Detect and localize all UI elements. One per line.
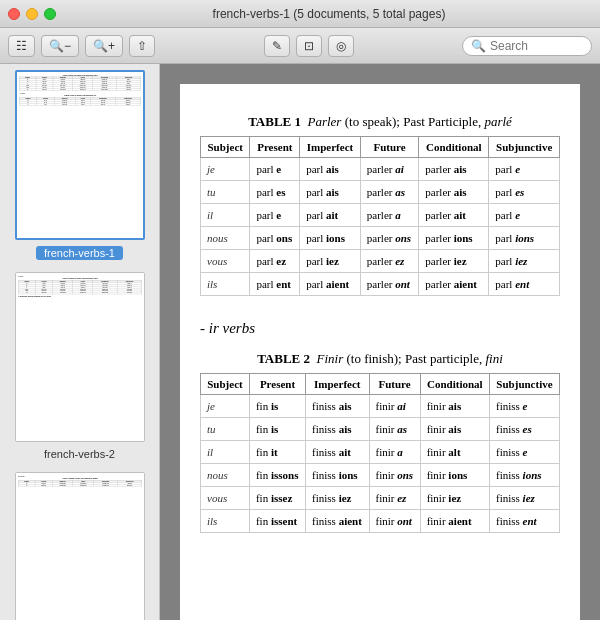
thumb-label-2: french-verbs-2 [44, 448, 115, 460]
zoom-out-button[interactable]: 🔍− [41, 35, 79, 57]
sidebar-icon: ☷ [16, 39, 27, 53]
table-row: tu fin is finiss ais finir as finir ais … [201, 418, 560, 441]
title-bar: french-verbs-1 (5 documents, 5 total pag… [0, 0, 600, 28]
search-icon: 🔍 [471, 39, 486, 53]
table-row: ils parl ent parl aient parler ont parle… [201, 273, 560, 296]
search-input[interactable] [490, 39, 580, 53]
window-title: french-verbs-1 (5 documents, 5 total pag… [66, 7, 592, 21]
table1-caption: TABLE 1 Parler (to speak); Past Particip… [200, 114, 560, 130]
markup-icon: ◎ [336, 39, 346, 53]
thumbnail-2: ir verbs TABLE 3 Vouloir (to want); Past… [15, 272, 145, 442]
page-content: TABLE 1 Parler (to speak); Past Particip… [180, 84, 580, 620]
zoom-in-icon: 🔍+ [93, 39, 115, 53]
thumb-label-1: french-verbs-1 [36, 246, 123, 260]
sidebar-item-2[interactable]: ir verbs TABLE 3 Vouloir (to want); Past… [0, 266, 159, 466]
traffic-lights [8, 8, 56, 20]
markup-button[interactable]: ◎ [328, 35, 354, 57]
table2-caption: TABLE 2 Finir (to finish); Past particip… [200, 351, 560, 367]
table-row: vous parl ez parl iez parler ez parler i… [201, 250, 560, 273]
col-conditional-t2: Conditional [420, 374, 489, 395]
col-future: Future [360, 137, 418, 158]
sidebar-item-1[interactable]: TABLE 1 Parler (to speak); Past Particip… [0, 64, 159, 266]
table2-title: Finir [317, 351, 344, 366]
col-future-t2: Future [369, 374, 420, 395]
pencil-icon: ✎ [272, 39, 282, 53]
table-row: nous parl ons parl ions parler ons parle… [201, 227, 560, 250]
print-icon: ⊡ [304, 39, 314, 53]
maximize-button[interactable] [44, 8, 56, 20]
table-row: ils fin issent finiss aient finir ont fi… [201, 510, 560, 533]
zoom-out-icon: 🔍− [49, 39, 71, 53]
table-row: nous fin issons finiss ions finir ons fi… [201, 464, 560, 487]
table-row: je parl e parl ais parler ai parler ais … [201, 158, 560, 181]
table-row: tu parl es parl ais parler as parler ais… [201, 181, 560, 204]
thumbnail-1: TABLE 1 Parler (to speak); Past Particip… [15, 70, 145, 240]
table1-wrapper: TABLE 1 Parler (to speak); Past Particip… [200, 114, 560, 296]
toolbar: ☷ 🔍− 🔍+ ⇧ ✎ ⊡ ◎ 🔍 [0, 28, 600, 64]
table2-subtitle: (to finish); Past participle, fini [346, 351, 502, 366]
search-box[interactable]: 🔍 [462, 36, 592, 56]
col-subjunctive-t2: Subjunctive [489, 374, 559, 395]
zoom-in-button[interactable]: 🔍+ [85, 35, 123, 57]
ir-section-header: - ir verbs [200, 320, 560, 337]
share-icon: ⇧ [137, 39, 147, 53]
share-button[interactable]: ⇧ [129, 35, 155, 57]
sidebar-toggle-button[interactable]: ☷ [8, 35, 35, 57]
table-row: il fin it finiss ait finir a finir alt f… [201, 441, 560, 464]
annotate-button[interactable]: ✎ [264, 35, 290, 57]
col-subject: Subject [201, 137, 250, 158]
col-imperfect-t2: Imperfect [306, 374, 369, 395]
table1-number: TABLE 1 [248, 114, 301, 129]
table2-number: TABLE 2 [257, 351, 310, 366]
sidebar: TABLE 1 Parler (to speak); Past Particip… [0, 64, 160, 620]
table2-wrapper: TABLE 2 Finir (to finish); Past particip… [200, 351, 560, 533]
main-layout: TABLE 1 Parler (to speak); Past Particip… [0, 64, 600, 620]
col-subjunctive: Subjunctive [489, 137, 560, 158]
minimize-button[interactable] [26, 8, 38, 20]
close-button[interactable] [8, 8, 20, 20]
table-row: je fin is finiss ais finir ai finir ais … [201, 395, 560, 418]
col-imperfect: Imperfect [300, 137, 361, 158]
col-conditional: Conditional [419, 137, 489, 158]
col-present-t2: Present [249, 374, 305, 395]
table1: Subject Present Imperfect Future Conditi… [200, 136, 560, 296]
print-button[interactable]: ⊡ [296, 35, 322, 57]
col-subject-t2: Subject [201, 374, 250, 395]
table1-subtitle: (to speak); Past Participle, parlé [345, 114, 512, 129]
col-present: Present [250, 137, 300, 158]
thumbnail-3: ger verbs TABLE 4 Manger (to eat); Past … [15, 472, 145, 620]
table-row: vous fin issez finiss iez finir ez finir… [201, 487, 560, 510]
table-row: il parl e parl ait parler a parler ait p… [201, 204, 560, 227]
table1-title: Parler [307, 114, 341, 129]
sidebar-item-3[interactable]: ger verbs TABLE 4 Manger (to eat); Past … [0, 466, 159, 620]
table2: Subject Present Imperfect Future Conditi… [200, 373, 560, 533]
document-area[interactable]: TABLE 1 Parler (to speak); Past Particip… [160, 64, 600, 620]
